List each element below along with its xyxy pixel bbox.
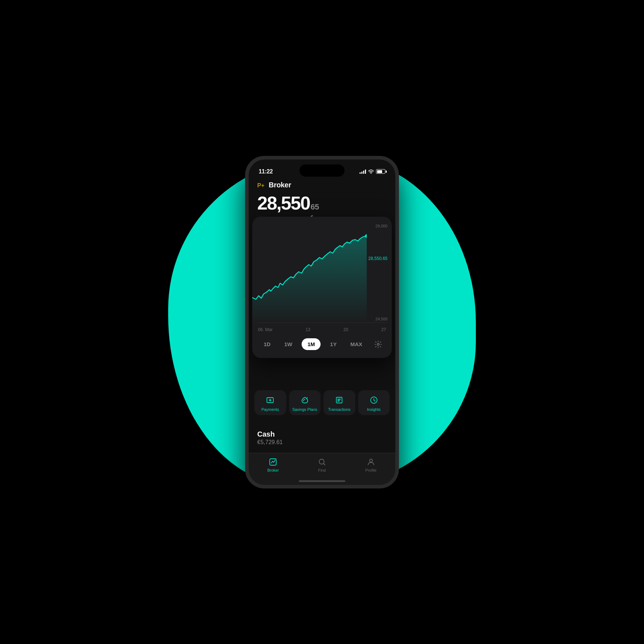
svg-point-3 — [377, 343, 379, 345]
nav-broker[interactable]: Broker — [249, 457, 298, 472]
chart-current-value: 28,550.65 — [369, 256, 387, 261]
period-1d-button[interactable]: 1D — [259, 338, 275, 350]
profile-nav-icon — [366, 457, 376, 467]
brand-name: Broker — [269, 181, 291, 189]
svg-text:P+: P+ — [257, 182, 264, 188]
chart-svg — [252, 222, 367, 323]
transactions-action[interactable]: Transactions — [323, 390, 355, 415]
portfolio-main: 28,550 — [257, 192, 310, 214]
phone-frame: 11:22 — [245, 156, 399, 488]
period-selector: 1D 1W 1M 1Y MAX — [252, 338, 392, 351]
period-1w-button[interactable]: 1W — [280, 338, 297, 350]
chart-x-3: 20 — [343, 327, 348, 332]
home-indicator — [299, 480, 345, 482]
chart-x-labels: 06. Mar 13 20 27 — [252, 327, 392, 332]
cash-section: Cash €5,729.61 — [257, 430, 283, 446]
find-nav-label: Find — [318, 468, 326, 472]
broker-nav-label: Broker — [267, 468, 279, 472]
chart-area: 29,000 28,550.65 24,500 — [252, 222, 392, 323]
chart-svg-container — [252, 222, 367, 323]
brand-row: P+ Broker — [257, 181, 387, 190]
payments-label: Payments — [262, 407, 279, 412]
savings-action[interactable]: Savings Plans — [289, 390, 321, 415]
payments-icon — [265, 395, 275, 405]
chart-x-4: 27 — [381, 327, 386, 332]
dynamic-island — [299, 164, 345, 177]
chart-x-1: 06. Mar — [258, 327, 273, 332]
chart-y-labels: 29,000 28,550.65 24,500 — [369, 222, 387, 323]
payments-action[interactable]: Payments — [254, 390, 286, 415]
period-1y-button[interactable]: 1Y — [326, 338, 341, 350]
battery-icon — [376, 169, 385, 174]
chart-y-bottom: 24,500 — [369, 317, 387, 321]
screen-content: 11:22 — [249, 159, 395, 485]
profile-nav-label: Profile — [365, 468, 376, 472]
quick-actions: Payments Savings Plans — [249, 390, 395, 415]
transactions-label: Transactions — [328, 407, 351, 412]
broker-nav-icon — [268, 457, 278, 467]
phone-wrapper: 11:22 — [245, 156, 399, 488]
savings-label: Savings Plans — [292, 407, 317, 412]
transactions-icon — [334, 395, 344, 405]
period-1m-button[interactable]: 1M — [302, 338, 321, 350]
insights-action[interactable]: Insights — [358, 390, 390, 415]
status-icons — [360, 169, 385, 174]
cash-value: €5,729.61 — [257, 439, 283, 446]
status-time: 11:22 — [259, 168, 273, 175]
find-nav-icon — [317, 457, 327, 467]
chart-settings-button[interactable] — [372, 338, 385, 351]
nav-profile[interactable]: Profile — [346, 457, 395, 472]
insights-icon — [369, 395, 379, 405]
chart-y-top: 29,000 — [369, 224, 387, 228]
period-max-button[interactable]: MAX — [346, 338, 366, 350]
chart-x-2: 13 — [306, 327, 310, 332]
insights-label: Insights — [367, 407, 381, 412]
signal-icon — [360, 169, 366, 174]
wifi-icon — [368, 169, 374, 174]
brand-logo: P+ — [257, 181, 266, 190]
chart-card: 29,000 28,550.65 24,500 06. Mar 13 20 27 — [252, 217, 392, 358]
svg-point-9 — [370, 459, 372, 462]
savings-icon — [300, 395, 310, 405]
svg-point-0 — [371, 173, 371, 174]
nav-find[interactable]: Find — [298, 457, 347, 472]
gear-icon — [374, 340, 382, 348]
cash-title: Cash — [257, 430, 283, 438]
